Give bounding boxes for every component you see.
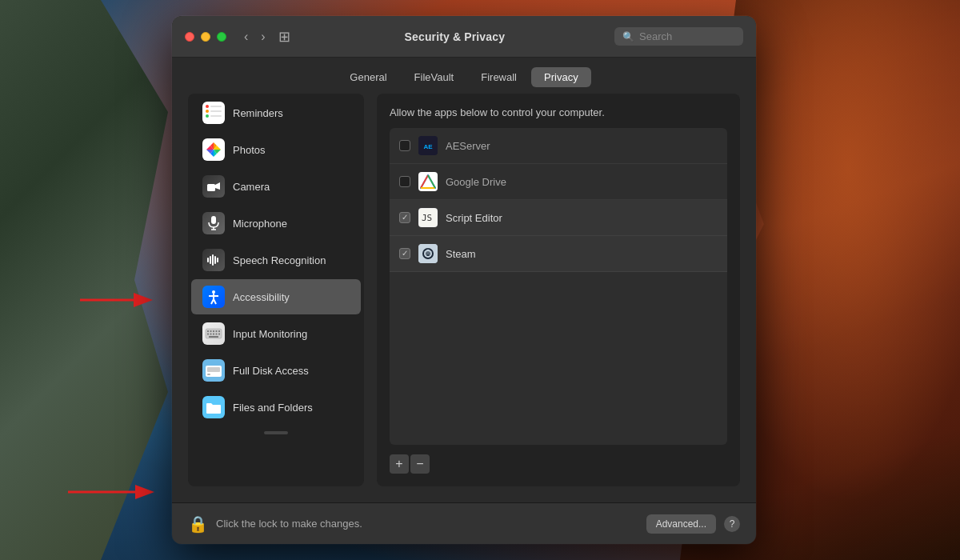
steam-icon: [418, 244, 438, 263]
lock-icon[interactable]: 🔒: [188, 514, 208, 534]
svg-marker-6: [215, 182, 220, 190]
fulldisk-icon: [202, 359, 225, 382]
app-row-scripteditor[interactable]: JS Script Editor: [390, 200, 727, 236]
svg-rect-30: [218, 334, 220, 335]
svg-rect-29: [216, 334, 218, 335]
traffic-lights: [185, 32, 226, 42]
svg-rect-31: [209, 336, 218, 338]
svg-rect-27: [210, 334, 212, 335]
app-checkbox-aeserver[interactable]: [399, 140, 410, 151]
search-bar[interactable]: 🔍: [614, 27, 743, 46]
add-app-button[interactable]: +: [390, 454, 409, 474]
svg-rect-22: [210, 330, 212, 332]
help-button[interactable]: ?: [724, 516, 740, 532]
svg-rect-13: [214, 256, 216, 264]
svg-rect-23: [213, 330, 214, 332]
window: ‹ › ⊞ Security & Privacy 🔍 General FileV…: [172, 16, 756, 544]
svg-line-19: [214, 299, 216, 304]
titlebar: ‹ › ⊞ Security & Privacy 🔍: [172, 16, 756, 58]
microphone-icon: [202, 212, 225, 234]
app-row-steam[interactable]: Steam: [390, 236, 727, 272]
panel-description: Allow the apps below to control your com…: [390, 106, 727, 118]
grid-button[interactable]: ⊞: [274, 26, 295, 47]
back-button[interactable]: ‹: [239, 28, 253, 46]
sidebar-item-camera[interactable]: Camera: [191, 169, 361, 204]
sidebar: Reminders Photos: [188, 94, 364, 486]
gdrive-icon: [418, 172, 438, 191]
svg-rect-33: [207, 367, 220, 372]
svg-line-38: [421, 175, 428, 188]
tab-firewall[interactable]: Firewall: [468, 67, 530, 87]
svg-rect-7: [211, 216, 216, 224]
sidebar-item-microphone[interactable]: Microphone: [191, 206, 361, 241]
remove-app-button[interactable]: −: [410, 454, 430, 474]
search-icon: 🔍: [622, 31, 634, 42]
svg-line-40: [428, 175, 435, 188]
svg-rect-14: [217, 258, 218, 262]
svg-rect-26: [207, 334, 209, 335]
search-input[interactable]: [639, 30, 735, 42]
sidebar-label-reminders: Reminders: [233, 107, 283, 119]
app-checkbox-googledrive[interactable]: [399, 176, 410, 187]
tab-general[interactable]: General: [337, 67, 399, 87]
right-panel: Allow the apps below to control your com…: [377, 94, 740, 486]
maximize-button[interactable]: [217, 32, 226, 42]
svg-marker-37: [421, 175, 435, 188]
svg-rect-24: [216, 330, 218, 332]
files-icon: [202, 396, 225, 418]
svg-rect-5: [207, 184, 215, 191]
svg-point-15: [212, 290, 215, 294]
sidebar-item-speech[interactable]: Speech Recognition: [191, 242, 361, 278]
svg-rect-21: [207, 330, 209, 332]
sidebar-item-fulldisk[interactable]: Full Disk Access: [191, 353, 361, 388]
tab-privacy[interactable]: Privacy: [531, 67, 591, 87]
photos-icon: [202, 138, 225, 161]
svg-text:AE: AE: [423, 143, 433, 150]
camera-icon: [202, 175, 225, 198]
app-name-googledrive: Google Drive: [446, 176, 506, 188]
sidebar-item-photos[interactable]: Photos: [191, 132, 361, 167]
sidebar-item-accessibility[interactable]: Accessibility: [191, 279, 361, 314]
sidebar-label-input: Input Monitoring: [233, 328, 307, 340]
app-name-aeserver: AEServer: [446, 140, 490, 152]
input-icon: [202, 322, 225, 345]
forward-button[interactable]: ›: [256, 28, 270, 46]
svg-rect-34: [207, 374, 210, 375]
sidebar-label-photos: Photos: [233, 144, 265, 156]
sidebar-item-reminders[interactable]: Reminders: [191, 95, 361, 130]
app-checkbox-steam[interactable]: [399, 248, 410, 259]
tab-filevault[interactable]: FileVault: [402, 67, 467, 87]
accessibility-icon: [202, 286, 225, 308]
sidebar-item-files[interactable]: Files and Folders: [191, 390, 361, 425]
aeserver-icon: AE: [418, 136, 438, 155]
app-row-googledrive[interactable]: Google Drive: [390, 164, 727, 200]
bottom-bar: 🔒 Click the lock to make changes. Advanc…: [172, 502, 756, 544]
tab-bar: General FileVault Firewall Privacy: [172, 58, 756, 94]
scripteditor-icon: JS: [418, 208, 438, 227]
app-name-steam: Steam: [446, 248, 476, 260]
main-content: Reminders Photos: [172, 94, 756, 502]
sidebar-label-speech: Speech Recognition: [233, 254, 326, 266]
minimize-button[interactable]: [201, 32, 210, 42]
app-name-scripteditor: Script Editor: [446, 212, 502, 224]
reminders-icon: [202, 102, 225, 124]
svg-text:JS: JS: [422, 213, 432, 223]
svg-rect-10: [207, 258, 209, 262]
svg-rect-11: [210, 256, 211, 264]
advanced-button[interactable]: Advanced...: [646, 514, 716, 534]
sidebar-label-accessibility: Accessibility: [233, 291, 290, 303]
sidebar-label-microphone: Microphone: [233, 218, 287, 230]
svg-rect-12: [212, 254, 214, 266]
lock-text: Click the lock to make changes.: [216, 518, 638, 530]
svg-rect-25: [218, 330, 220, 332]
sidebar-item-input[interactable]: Input Monitoring: [191, 316, 361, 351]
sidebar-label-camera: Camera: [233, 181, 270, 193]
nav-buttons: ‹ ›: [239, 28, 270, 46]
window-title: Security & Privacy: [295, 30, 614, 43]
sidebar-label-fulldisk: Full Disk Access: [233, 365, 309, 377]
app-checkbox-scripteditor[interactable]: [399, 212, 410, 223]
close-button[interactable]: [185, 32, 194, 42]
app-row-aeserver[interactable]: AE AEServer: [390, 128, 727, 164]
list-toolbar: + −: [390, 454, 727, 474]
speech-icon: [202, 249, 225, 271]
